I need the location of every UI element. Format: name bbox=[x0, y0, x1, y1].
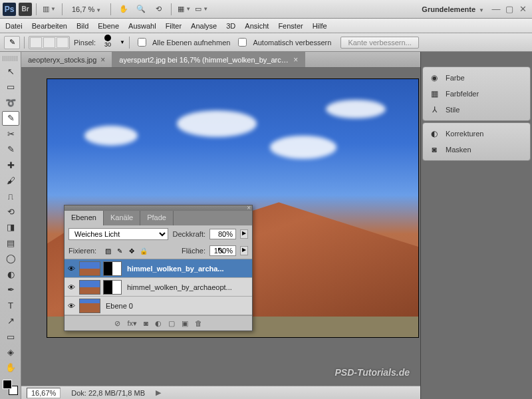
selection-add-icon[interactable] bbox=[43, 37, 55, 48]
panel-close-icon[interactable]: × bbox=[247, 204, 251, 211]
eyedropper-tool-icon[interactable]: ✎ bbox=[2, 142, 19, 156]
panel-farbfelder[interactable]: ▦Farbfelder bbox=[423, 86, 530, 102]
move-tool-icon[interactable]: ↖ bbox=[2, 65, 19, 78]
layer-effects-icon[interactable]: fx▾ bbox=[127, 319, 137, 328]
current-tool-icon[interactable]: ✎ bbox=[4, 36, 20, 49]
link-layers-icon[interactable]: ⊘ bbox=[114, 319, 120, 328]
fill-slider-icon[interactable]: ▶ bbox=[240, 246, 248, 255]
close-button[interactable]: ✕ bbox=[517, 5, 528, 14]
type-tool-icon[interactable]: T bbox=[2, 298, 19, 312]
menu-fenster[interactable]: Fenster bbox=[278, 22, 303, 30]
lock-pixels-icon[interactable]: ✎ bbox=[115, 246, 124, 255]
layer-mask-thumbnail[interactable] bbox=[103, 280, 122, 295]
marquee-tool-icon[interactable]: ▭ bbox=[2, 80, 19, 94]
panel-masken[interactable]: ◙Masken bbox=[423, 142, 530, 158]
document-tab[interactable]: ayerspart2.jpg bei 16,7% (himmel_wolken_… bbox=[112, 52, 305, 67]
layer-mask-thumbnail[interactable] bbox=[103, 261, 122, 276]
menu-analyse[interactable]: Analyse bbox=[191, 22, 217, 30]
pen-tool-icon[interactable]: ✒ bbox=[2, 283, 19, 297]
refine-edge-button[interactable]: Kante verbessern... bbox=[340, 37, 418, 49]
add-mask-icon[interactable]: ◙ bbox=[144, 319, 148, 327]
arrange-documents-icon[interactable]: ▦▼ bbox=[177, 3, 192, 16]
menu-auswahl[interactable]: Auswahl bbox=[128, 22, 156, 30]
menu-hilfe[interactable]: Hilfe bbox=[313, 22, 327, 30]
layout-dropdown-icon[interactable]: ▥▼ bbox=[42, 3, 57, 16]
close-tab-icon[interactable]: × bbox=[293, 55, 298, 65]
close-tab-icon[interactable]: × bbox=[100, 55, 105, 65]
lasso-tool-icon[interactable]: ➰ bbox=[2, 96, 19, 110]
gradient-tool-icon[interactable]: ▤ bbox=[2, 236, 19, 250]
clone-stamp-tool-icon[interactable]: ⎍ bbox=[2, 189, 19, 203]
adjustment-layer-icon[interactable]: ◐ bbox=[155, 319, 162, 328]
zoom-level-display[interactable]: 16,7 %▼ bbox=[72, 5, 101, 13]
quick-selection-tool-icon[interactable]: ✎ bbox=[2, 111, 19, 125]
visibility-toggle-icon[interactable]: 👁 bbox=[65, 283, 78, 291]
visibility-toggle-icon[interactable]: 👁 bbox=[65, 302, 78, 310]
status-document-info[interactable]: Dok: 22,8 MB/71,8 MB bbox=[71, 389, 145, 397]
layer-name[interactable]: himmel_wolken_by_archa... bbox=[123, 265, 252, 273]
brush-tool-icon[interactable]: 🖌 bbox=[2, 174, 19, 188]
bridge-logo[interactable]: Br bbox=[19, 3, 32, 16]
visibility-toggle-icon[interactable]: 👁 bbox=[65, 265, 78, 273]
hand-tool-icon[interactable]: ✋ bbox=[2, 360, 19, 374]
delete-layer-icon[interactable]: 🗑 bbox=[195, 319, 202, 327]
workspace-switcher[interactable]: Grundelemente ▼ bbox=[422, 5, 484, 13]
3d-tool-icon[interactable]: ◈ bbox=[2, 345, 19, 359]
document-tab[interactable]: aeopteryx_stocks.jpg× bbox=[21, 52, 112, 67]
styles-panel-icon: ⅄ bbox=[428, 104, 440, 115]
layer-row[interactable]: 👁 himmel_wolken_by_archaeopt... bbox=[65, 278, 252, 297]
layer-name[interactable]: himmel_wolken_by_archaeopt... bbox=[123, 283, 252, 291]
screen-mode-icon[interactable]: ▭▼ bbox=[194, 3, 209, 16]
panel-farbe[interactable]: ◉Farbe bbox=[423, 70, 530, 86]
layer-thumbnail[interactable] bbox=[79, 299, 100, 313]
lock-transparency-icon[interactable]: ▨ bbox=[103, 246, 112, 255]
menu-ebene[interactable]: Ebene bbox=[98, 22, 119, 30]
eraser-tool-icon[interactable]: ◨ bbox=[2, 220, 19, 234]
layer-row[interactable]: 👁 himmel_wolken_by_archa... bbox=[65, 259, 252, 278]
selection-subtract-icon[interactable] bbox=[57, 37, 68, 48]
crop-tool-icon[interactable]: ✂ bbox=[2, 127, 19, 141]
blend-mode-select[interactable]: Weiches Licht bbox=[68, 228, 168, 240]
menu-filter[interactable]: Filter bbox=[166, 22, 182, 30]
layer-name[interactable]: Ebene 0 bbox=[102, 302, 252, 310]
layers-panel[interactable]: × Ebenen Kanäle Pfade Weiches Licht Deck… bbox=[64, 205, 253, 331]
auto-enhance-checkbox[interactable] bbox=[238, 38, 247, 47]
layer-thumbnail[interactable] bbox=[79, 261, 100, 276]
path-selection-tool-icon[interactable]: ↗ bbox=[2, 314, 19, 328]
foreground-background-colors[interactable] bbox=[3, 380, 18, 395]
zoom-tool-icon[interactable]: 🔍 bbox=[134, 3, 148, 16]
opacity-label: Deckkraft: bbox=[172, 230, 205, 238]
channels-tab[interactable]: Kanäle bbox=[104, 211, 140, 225]
opacity-slider-icon[interactable]: ▶ bbox=[240, 229, 248, 239]
maximize-button[interactable]: ▢ bbox=[504, 5, 515, 14]
panel-stile[interactable]: ⅄Stile bbox=[423, 102, 530, 118]
menu-bild[interactable]: Bild bbox=[76, 22, 88, 30]
blur-tool-icon[interactable]: ◯ bbox=[2, 251, 19, 265]
layers-tab[interactable]: Ebenen bbox=[65, 211, 104, 225]
fill-value[interactable]: 100% bbox=[209, 245, 236, 256]
lock-all-icon[interactable]: 🔒 bbox=[139, 246, 148, 255]
history-brush-tool-icon[interactable]: ⟲ bbox=[2, 205, 19, 219]
paths-tab[interactable]: Pfade bbox=[140, 211, 174, 225]
lock-position-icon[interactable]: ✥ bbox=[127, 246, 136, 255]
new-group-icon[interactable]: ▢ bbox=[168, 319, 175, 328]
selection-new-icon[interactable] bbox=[30, 37, 42, 48]
layer-row[interactable]: 👁 Ebene 0 bbox=[65, 297, 252, 315]
shape-tool-icon[interactable]: ▭ bbox=[2, 329, 19, 343]
menu-3d[interactable]: 3D bbox=[226, 22, 235, 30]
all-layers-checkbox[interactable] bbox=[138, 38, 146, 47]
minimize-button[interactable]: — bbox=[491, 5, 501, 14]
menu-bearbeiten[interactable]: Bearbeiten bbox=[32, 22, 67, 30]
brush-preset-picker[interactable]: 30 bbox=[100, 35, 116, 51]
dodge-tool-icon[interactable]: ◐ bbox=[2, 267, 19, 281]
opacity-value[interactable]: 80% bbox=[209, 229, 236, 239]
hand-tool-icon[interactable]: ✋ bbox=[116, 3, 131, 16]
status-zoom[interactable]: 16,67% bbox=[27, 388, 61, 398]
new-layer-icon[interactable]: ▣ bbox=[182, 319, 188, 328]
menu-ansicht[interactable]: Ansicht bbox=[245, 22, 269, 30]
menu-datei[interactable]: Datei bbox=[5, 22, 23, 30]
panel-korrekturen[interactable]: ◐Korrekturen bbox=[423, 126, 530, 142]
rotate-view-icon[interactable]: ⟲ bbox=[151, 3, 166, 16]
layer-thumbnail[interactable] bbox=[79, 280, 100, 295]
healing-brush-tool-icon[interactable]: ✚ bbox=[2, 158, 19, 172]
